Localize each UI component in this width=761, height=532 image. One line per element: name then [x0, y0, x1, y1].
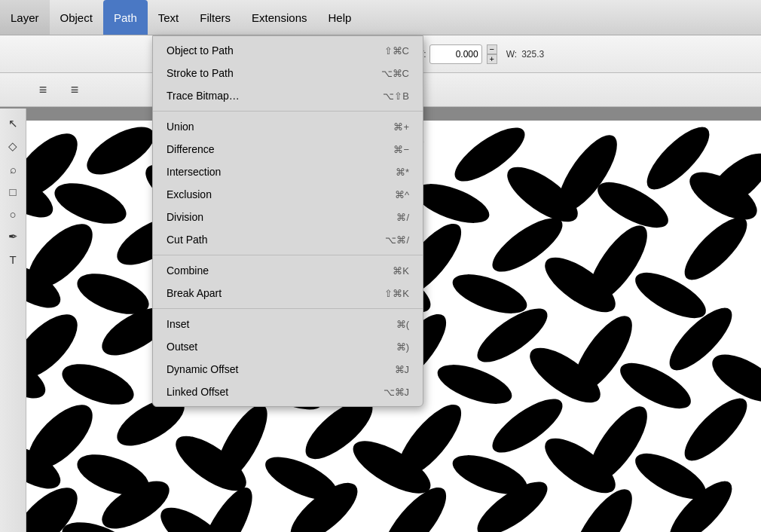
menu-union[interactable]: Union ⌘+ [153, 115, 423, 138]
separator-3 [153, 308, 423, 309]
menu-dynamic-offset-shortcut: ⌘J [395, 364, 410, 375]
menu-exclusion-shortcut: ⌘^ [395, 189, 409, 200]
menu-linked-offset-shortcut: ⌥⌘J [384, 387, 410, 398]
menu-path[interactable]: Path [103, 0, 148, 35]
y-field: Y: − + [418, 44, 497, 64]
separator-2 [153, 255, 423, 255]
indent-right-icon[interactable]: ≡ [62, 77, 87, 102]
menu-combine-label: Combine [167, 264, 370, 277]
left-toolbar: ↖ ◇ ⌕ □ ○ ✒ T [0, 109, 26, 532]
menu-difference-shortcut: ⌘− [393, 144, 409, 155]
tool-text[interactable]: T [2, 249, 23, 270]
y-input[interactable] [429, 44, 482, 64]
menu-outset-shortcut: ⌘) [396, 341, 409, 353]
menu-cut-path-shortcut: ⌥⌘/ [385, 234, 409, 246]
menu-object-to-path-shortcut: ⇧⌘C [384, 45, 409, 57]
w-label: W: [506, 49, 517, 60]
menu-cut-path-label: Cut Path [167, 234, 362, 246]
menu-stroke-to-path-label: Stroke to Path [167, 67, 359, 79]
menu-dynamic-offset-label: Dynamic Offset [167, 363, 372, 375]
menu-object-to-path[interactable]: Object to Path ⇧⌘C [153, 39, 423, 62]
menu-division-shortcut: ⌘/ [396, 212, 409, 223]
menu-intersection-label: Intersection [167, 166, 373, 178]
path-dropdown-menu: Object to Path ⇧⌘C Stroke to Path ⌥⌘C Tr… [152, 35, 423, 407]
tool-arrow[interactable]: ↖ [2, 113, 23, 134]
menu-combine-shortcut: ⌘K [393, 265, 409, 277]
menu-stroke-to-path[interactable]: Stroke to Path ⌥⌘C [153, 62, 423, 84]
menu-extensions[interactable]: Extensions [241, 0, 317, 35]
menu-trace-bitmap-label: Trace Bitmap… [167, 90, 360, 102]
menu-break-apart[interactable]: Break Apart ⇧⌘K [153, 282, 423, 304]
separator-1 [153, 111, 423, 112]
y-increment-btn[interactable]: − [487, 44, 497, 54]
menu-difference[interactable]: Difference ⌘− [153, 138, 423, 161]
menu-outset[interactable]: Outset ⌘) [153, 335, 423, 358]
menu-exclusion[interactable]: Exclusion ⌘^ [153, 183, 423, 206]
tool-rect[interactable]: □ [2, 181, 23, 202]
y-decrement-btn[interactable]: + [487, 54, 497, 64]
indent-left-icon[interactable]: ≡ [30, 77, 56, 102]
menu-help[interactable]: Help [317, 0, 362, 35]
menubar: Layer Object Path Text Filters Extension… [0, 0, 761, 35]
tool-pen[interactable]: ✒ [2, 226, 23, 247]
w-value: 325.3 [521, 49, 544, 60]
menu-inset[interactable]: Inset ⌘( [153, 313, 423, 335]
menu-combine[interactable]: Combine ⌘K [153, 259, 423, 282]
menu-object-to-path-label: Object to Path [167, 44, 362, 57]
menu-text[interactable]: Text [148, 0, 190, 35]
menu-outset-label: Outset [167, 341, 374, 353]
menu-inset-label: Inset [167, 318, 374, 330]
menu-linked-offset[interactable]: Linked Offset ⌥⌘J [153, 381, 423, 403]
tool-ellipse[interactable]: ○ [2, 203, 23, 225]
menu-break-apart-label: Break Apart [167, 287, 362, 299]
menu-dynamic-offset[interactable]: Dynamic Offset ⌘J [153, 358, 423, 381]
menu-union-label: Union [167, 121, 371, 133]
menu-layer[interactable]: Layer [0, 0, 50, 35]
menu-intersection[interactable]: Intersection ⌘* [153, 161, 423, 183]
menu-trace-bitmap-shortcut: ⌥⇧B [383, 90, 409, 102]
menu-division-label: Division [167, 211, 374, 223]
menu-stroke-to-path-shortcut: ⌥⌘C [381, 68, 409, 79]
tool-zoom[interactable]: ⌕ [2, 158, 23, 179]
menu-trace-bitmap[interactable]: Trace Bitmap… ⌥⇧B [153, 84, 423, 107]
menu-inset-shortcut: ⌘( [396, 319, 409, 330]
menu-difference-label: Difference [167, 143, 371, 155]
menu-union-shortcut: ⌘+ [393, 121, 409, 133]
menu-break-apart-shortcut: ⇧⌘K [384, 288, 409, 299]
menu-filters[interactable]: Filters [189, 0, 241, 35]
menu-linked-offset-label: Linked Offset [167, 386, 361, 398]
menu-division[interactable]: Division ⌘/ [153, 206, 423, 228]
menu-exclusion-label: Exclusion [167, 188, 372, 200]
tool-node[interactable]: ◇ [2, 136, 23, 157]
menu-object[interactable]: Object [50, 0, 103, 35]
menu-cut-path[interactable]: Cut Path ⌥⌘/ [153, 228, 423, 251]
menu-intersection-shortcut: ⌘* [396, 167, 409, 178]
